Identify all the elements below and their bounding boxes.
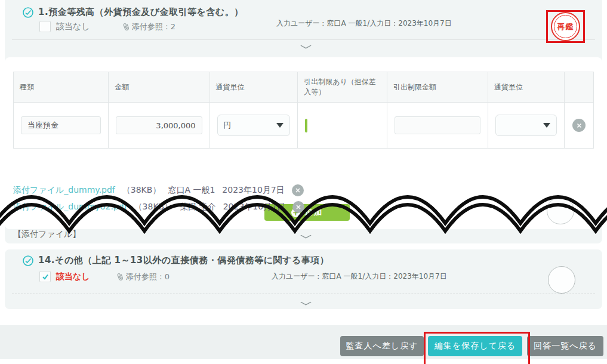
paperclip-icon <box>122 21 131 32</box>
currency-select[interactable]: 円 <box>217 115 291 136</box>
type-input[interactable] <box>21 116 101 134</box>
attachment-user: 柴田 圭介 <box>180 202 215 212</box>
attachment-row: 添付ファイル_dummy.pdf （38KB） 窓口A 一般1 2023年10月… <box>13 184 304 196</box>
stamp-annotation-box: 再鑑 <box>546 10 585 43</box>
attachment-size: （38KB） <box>122 185 161 196</box>
section-1-attach-ref-label: 添付参照：2 <box>132 21 175 32</box>
attachments-title: 【添付ファイル】 <box>13 229 81 240</box>
col-header-limit-currency: 通貨単位 <box>488 72 565 103</box>
deposit-table-header-row: 種類 金額 通貨単位 引出制限あり（担保差入等） 引出制限金額 通貨単位 <box>14 72 594 103</box>
add-row-button-label: 追加 <box>305 207 323 218</box>
col-header-limit-amount: 引出制限金額 <box>387 72 488 103</box>
section-14-title: 14.その他（上記 1～13以外の直接債務・偶発債務等に関する事項） <box>38 255 329 266</box>
section-1-title: 1.預金等残高（外貨預金及び金取引等を含む。） <box>38 7 244 18</box>
attachment-link[interactable]: 添付ファイル_dummy02.pdf <box>13 202 127 212</box>
caret-down-icon <box>543 123 550 128</box>
col-header-restriction: 引出制限あり（担保差入等） <box>298 72 387 103</box>
remove-attachment-button[interactable] <box>292 201 304 213</box>
section-14-attach-ref: 添付参照：0 <box>117 272 170 282</box>
section-1-divider <box>12 39 595 40</box>
section-1-bottom-chevron-icon[interactable] <box>300 232 311 238</box>
restriction-checkbox[interactable] <box>305 119 307 132</box>
section-14-attach-ref-label: 添付参照：0 <box>126 272 170 282</box>
amount-input[interactable] <box>116 116 202 134</box>
page: 1.預金等残高（外貨預金及び金取引等を含む。） 該当なし 添付参照：2 入力ユー… <box>0 0 607 364</box>
attachment-size: （38KB） <box>134 202 173 212</box>
check-circle-icon <box>23 7 33 18</box>
attachment-user: 窓口A 一般1 <box>168 185 215 196</box>
section-1-collapse-chevron-icon[interactable] <box>300 42 311 48</box>
review-stamp-label: 再鑑 <box>554 15 577 38</box>
col-header-currency: 通貨単位 <box>209 72 298 103</box>
section-14-input-user-meta: 入力ユーザー：窓口A 一般1/入力日：2023年10月7日 <box>272 272 447 282</box>
close-icon <box>577 123 582 128</box>
section-14-none-checkbox[interactable] <box>39 271 51 282</box>
section-14-title-row: 14.その他（上記 1～13以外の直接債務・偶発債務等に関する事項） <box>23 255 329 266</box>
return-to-auditor-button[interactable]: 監査人へ差し戻す <box>340 336 424 356</box>
section-14-collapse-chevron-icon[interactable] <box>300 299 311 305</box>
section-1-checkbox-row: 該当なし 添付参照：2 <box>39 21 175 32</box>
deposit-table: 種類 金額 通貨単位 引出制限あり（担保差入等） 引出制限金額 通貨単位 円 <box>13 72 594 149</box>
col-header-actions <box>565 72 594 103</box>
attachment-date: 2023年10月7日 <box>222 185 284 196</box>
attachment-row: 添付ファイル_dummy02.pdf （38KB） 柴田 圭介 2023年10月… <box>13 201 304 213</box>
section-1-none-label: 該当なし <box>56 21 90 32</box>
remove-attachment-button[interactable] <box>292 184 304 196</box>
review-stamp[interactable]: 再鑑 <box>551 12 580 41</box>
limit-amount-input[interactable] <box>395 116 480 134</box>
limit-currency-select[interactable] <box>495 115 557 136</box>
save-and-return-button[interactable]: 編集を保存して戻る <box>428 336 522 356</box>
delete-row-button[interactable] <box>572 119 586 132</box>
close-icon <box>295 188 300 193</box>
col-header-type: 種類 <box>14 72 109 103</box>
paperclip-icon <box>116 272 125 282</box>
back-to-answer-list-button[interactable]: 回答一覧へ戻る <box>527 336 603 356</box>
section-14-checkbox-row: 該当なし 添付参照：0 <box>39 271 170 282</box>
currency-select-value: 円 <box>224 120 232 131</box>
deposit-table-row: 円 <box>14 103 594 149</box>
caret-down-icon <box>276 123 284 128</box>
section-14-card: 14.その他（上記 1～13以外の直接債務・偶発債務等に関する事項） 該当なし … <box>5 249 602 309</box>
section-1-input-user-meta: 入力ユーザー：窓口A 一般1/入力日：2023年10月7日 <box>276 18 452 29</box>
check-circle-icon <box>23 255 33 266</box>
attachment-link[interactable]: 添付ファイル_dummy.pdf <box>13 185 115 196</box>
hidden-section-stamp-circle <box>547 197 574 224</box>
section-14-none-label: 該当なし <box>56 272 90 282</box>
attachment-date: 2023年10月7日 <box>223 202 285 212</box>
section-1-title-row: 1.預金等残高（外貨預金及び金取引等を含む。） <box>23 7 244 18</box>
check-icon <box>42 273 49 280</box>
section-1-none-checkbox[interactable] <box>39 21 51 32</box>
section-1-content-panel: 種類 金額 通貨単位 引出制限あり（担保差入等） 引出制限金額 通貨単位 円 <box>5 57 602 229</box>
close-icon <box>296 205 301 209</box>
section-14-divider <box>12 294 595 294</box>
section-1-attach-ref: 添付参照：2 <box>123 21 175 32</box>
section-14-empty-stamp-circle <box>548 266 575 294</box>
col-header-amount: 金額 <box>109 72 209 103</box>
